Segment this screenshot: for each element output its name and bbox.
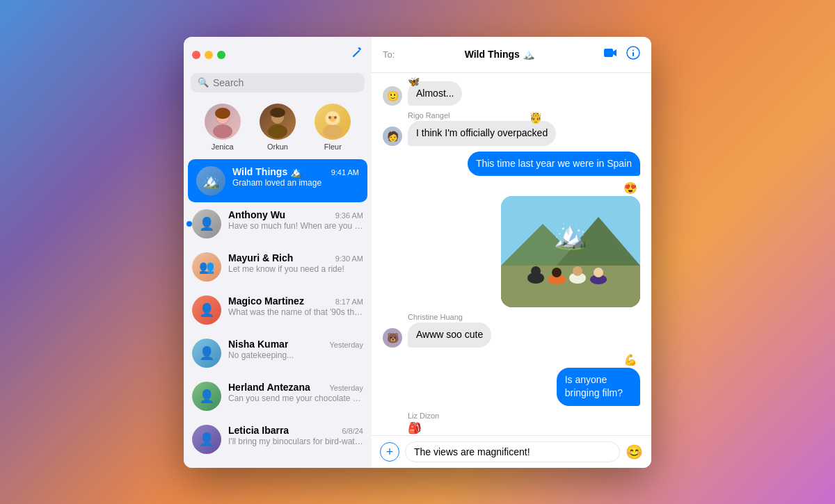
conv-content-anthony: Anthony Wu 9:36 AM Have so much fun! Whe… <box>228 209 363 231</box>
chat-input-bar: + 😊 <box>372 435 651 468</box>
conv-content-mayuri: Mayuri & Rich 9:30 AM Let me know if you… <box>228 252 363 274</box>
bubble-spain: This time last year we were in Spain <box>468 152 640 177</box>
avatar-fleur <box>315 104 351 140</box>
bubble-rigo: I think I'm officially overpacked <box>408 121 556 146</box>
conv-content-nisha: Nisha Kumar Yesterday No gatekeeping... <box>228 339 363 360</box>
emoji-button[interactable]: 😊 <box>626 444 643 460</box>
avatar-nisha: 👤 <box>192 339 221 368</box>
conv-preview-magico: What was the name of that '90s thriller … <box>228 307 363 317</box>
pinned-name-orkun: Orkun <box>267 143 288 151</box>
message-spain: This time last year we were in Spain <box>383 152 640 177</box>
svg-point-3 <box>215 108 230 119</box>
conv-name-herland: Herland Antezana <box>228 382 310 393</box>
sender-name-christine: Christine Huang <box>408 313 640 321</box>
compose-button[interactable] <box>351 47 363 63</box>
sidebar: 🔍 Jenica <box>184 37 372 468</box>
conv-preview-mayuri: Let me know if you need a ride! <box>228 264 363 274</box>
svg-point-16 <box>633 50 634 51</box>
avatar-christine: 🐻 <box>383 328 402 348</box>
photo-message <box>501 196 640 307</box>
chat-recipient-title: Wild Things 🏔️ <box>401 49 597 60</box>
pinned-contact-jenica[interactable]: Jenica <box>205 104 241 151</box>
close-button[interactable] <box>192 51 200 59</box>
svg-point-13 <box>334 116 337 119</box>
conversation-item-anthony-wu[interactable]: 👤 Anthony Wu 9:36 AM Have so much fun! W… <box>184 202 372 245</box>
svg-point-5 <box>268 124 287 138</box>
avatar-leticia: 👤 <box>192 425 221 454</box>
avatar-msg-almost: 🙂 <box>383 86 402 106</box>
conv-time-anthony: 9:36 AM <box>335 211 363 220</box>
chat-panel: To: Wild Things 🏔️ <box>372 37 651 468</box>
film-reaction: 💪 <box>623 353 637 366</box>
bubble-christine: Awww soo cute <box>408 323 491 348</box>
conv-name-anthony: Anthony Wu <box>228 209 285 220</box>
avatar-rigo: 🧑 <box>383 127 402 146</box>
conversation-item-magico[interactable]: 👤 Magico Martinez 8:17 AM What was the n… <box>184 288 372 332</box>
svg-rect-21 <box>501 266 640 307</box>
search-input[interactable] <box>213 77 358 88</box>
app-window: 🔍 Jenica <box>184 37 651 468</box>
conversation-item-mayuri-rich[interactable]: 👥 Mayuri & Rich 9:30 AM Let me know if y… <box>184 245 372 288</box>
conv-content-herland: Herland Antezana Yesterday Can you send … <box>228 382 363 403</box>
avatar-magico: 👤 <box>192 295 221 325</box>
conv-preview-nisha: No gatekeeping... <box>228 350 363 360</box>
svg-point-9 <box>323 124 342 138</box>
avatar-jenica <box>205 104 241 140</box>
svg-rect-14 <box>604 49 613 57</box>
conv-time-magico: 8:17 AM <box>335 298 363 306</box>
message-input[interactable] <box>405 441 620 462</box>
conv-time-wild-things: 9:41 AM <box>331 168 359 177</box>
info-button[interactable] <box>626 46 640 63</box>
avatar-orkun <box>260 104 296 140</box>
conversation-item-nisha[interactable]: 👤 Nisha Kumar Yesterday No gatekeeping..… <box>184 332 372 375</box>
chat-header-icons <box>604 46 640 63</box>
svg-point-1 <box>213 124 232 138</box>
emoji-rigo: 🤴 <box>529 111 543 124</box>
photo-reaction: 😍 <box>623 181 637 195</box>
sender-name-liz: Liz Dizon <box>408 412 640 420</box>
message-group-liz: Liz Dizon 🎒 🙂 I am! <box>383 412 640 434</box>
pinned-contacts: Jenica Orkun <box>184 98 372 159</box>
message-group-rigo: Rigo Rangel 🤴 🧑 I think I'm officially o… <box>383 111 640 146</box>
conv-content-magico: Magico Martinez 8:17 AM What was the nam… <box>228 295 363 317</box>
avatar-herland: 👤 <box>192 382 221 411</box>
conv-name-magico: Magico Martinez <box>228 295 304 307</box>
message-rigo: 🧑 I think I'm officially overpacked <box>383 121 640 146</box>
add-attachment-button[interactable]: + <box>380 442 399 462</box>
search-bar[interactable]: 🔍 <box>191 73 365 92</box>
pinned-contact-fleur[interactable]: Fleur <box>315 104 351 151</box>
conv-preview-wild-things: Graham loved an image <box>232 178 359 188</box>
titlebar <box>184 37 372 73</box>
messages-list: 🦋 🙂 Almost... Rigo Rangel 🤴 🧑 I think I'… <box>372 73 651 435</box>
minimize-button[interactable] <box>205 51 213 59</box>
avatar-anthony-wu: 👤 <box>192 209 221 238</box>
conv-time-mayuri: 9:30 AM <box>335 254 363 263</box>
message-film: Is anyone bringing film? <box>520 368 640 406</box>
video-call-button[interactable] <box>604 46 618 63</box>
chat-header: To: Wild Things 🏔️ <box>372 37 651 73</box>
conversation-item-tito[interactable]: 👤 Tito Santos 6/7/24 One triple shot com… <box>184 461 372 468</box>
svg-point-23 <box>531 266 541 276</box>
conversation-item-herland[interactable]: 👤 Herland Antezana Yesterday Can you sen… <box>184 375 372 418</box>
emoji-above-almost: 🦋 <box>408 76 420 87</box>
sender-name-rigo: Rigo Rangel <box>408 111 640 120</box>
emoji-liz-above: 🎒 <box>408 421 640 434</box>
svg-point-12 <box>328 116 331 119</box>
conv-name-wild-things: Wild Things 🏔️ <box>232 166 302 177</box>
to-label: To: <box>383 49 395 60</box>
message-almost: 🙂 Almost... <box>383 81 640 106</box>
maximize-button[interactable] <box>217 51 225 59</box>
search-icon: 🔍 <box>198 77 209 88</box>
conversation-item-wild-things[interactable]: 🏔️ Wild Things 🏔️ 9:41 AM Graham loved a… <box>188 159 367 202</box>
message-christine: 🐻 Awww soo cute <box>383 323 640 348</box>
svg-point-7 <box>270 108 285 117</box>
conv-preview-anthony: Have so much fun! When are you back? <box>228 221 363 231</box>
conv-time-leticia: 6/8/24 <box>342 427 363 435</box>
conv-preview-herland: Can you send me your chocolate chip cook… <box>228 393 363 403</box>
avatar-mayuri-rich: 👥 <box>192 252 221 282</box>
conversation-list: 🏔️ Wild Things 🏔️ 9:41 AM Graham loved a… <box>184 159 372 468</box>
avatar-wild-things: 🏔️ <box>196 166 225 195</box>
conv-content-wild-things: Wild Things 🏔️ 9:41 AM Graham loved an i… <box>232 166 359 188</box>
conversation-item-leticia[interactable]: 👤 Leticia Ibarra 6/8/24 I'll bring my bi… <box>184 418 372 461</box>
pinned-contact-orkun[interactable]: Orkun <box>260 104 296 151</box>
